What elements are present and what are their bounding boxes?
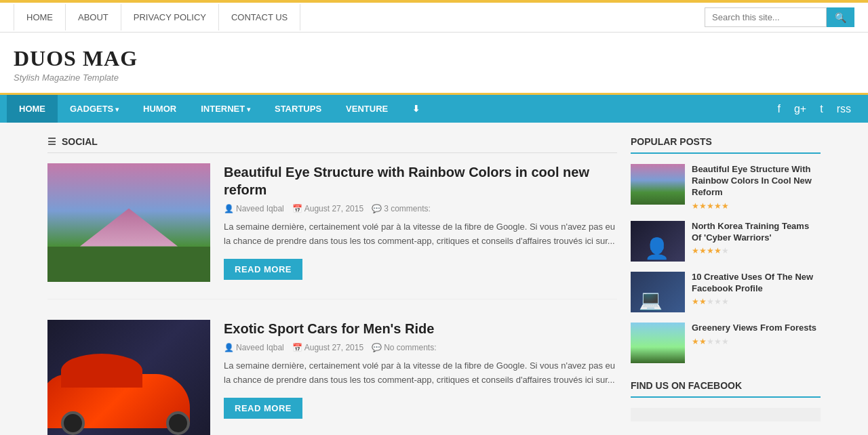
- site-header: DUOS MAG Stylish Magazine Template: [0, 33, 868, 95]
- article-author-2: 👤 Naveed Iqbal: [224, 343, 284, 352]
- nav-gplus-icon[interactable]: g+: [791, 100, 810, 119]
- popular-post-4: Greenery Views From Forests ★★★★★: [631, 323, 821, 363]
- sidebar: POPULAR POSTS Beautiful Eye Structure Wi…: [631, 136, 821, 435]
- car-wheel-front: [61, 411, 85, 435]
- article-meta-1: 👤 Naveed Iqbal 📅 August 27, 2015 💬 3 com…: [224, 204, 617, 213]
- section-title: ☰ SOCIAL: [47, 136, 617, 153]
- nav-twitter-icon[interactable]: t: [816, 100, 826, 119]
- nav-humor[interactable]: HUMOR: [131, 95, 189, 123]
- topnav-contact[interactable]: CONTACT US: [219, 4, 300, 30]
- popular-post-2: North Korea Training Teams Of 'Cyber War…: [631, 221, 821, 262]
- article-author-1: 👤 Naveed Iqbal: [224, 204, 284, 213]
- popular-info-1: Beautiful Eye Structure With Rainbow Col…: [692, 164, 821, 211]
- nav-home[interactable]: HOME: [7, 95, 58, 123]
- topnav-home[interactable]: HOME: [14, 4, 66, 30]
- article-excerpt-1: La semaine dernière, certainement volé p…: [224, 220, 617, 249]
- stars-2: ★★★★★: [692, 246, 821, 255]
- calendar-icon: 📅: [292, 204, 302, 213]
- popular-info-3: 10 Creative Uses Of The New Facebook Pro…: [692, 272, 821, 307]
- popular-title-3[interactable]: 10 Creative Uses Of The New Facebook Pro…: [692, 272, 821, 295]
- popular-thumb-3: [631, 272, 685, 312]
- author-icon-2: 👤: [224, 343, 234, 352]
- article-excerpt-2: La semaine dernière, certainement volé p…: [224, 359, 617, 388]
- stars-1: ★★★★★: [692, 201, 821, 211]
- stars-4: ★★★★★: [692, 337, 821, 346]
- popular-title-1[interactable]: Beautiful Eye Structure With Rainbow Col…: [692, 164, 821, 199]
- list-icon: ☰: [47, 136, 56, 147]
- article-meta-2: 👤 Naveed Iqbal 📅 August 27, 2015 💬 No co…: [224, 343, 617, 352]
- article-thumbnail-1: [47, 163, 210, 282]
- find-facebook-section: FIND US ON FACEBOOK: [631, 380, 821, 421]
- car-wheel-rear: [166, 411, 190, 435]
- popular-posts-section: POPULAR POSTS Beautiful Eye Structure Wi…: [631, 136, 821, 363]
- sidebar-popular-title: POPULAR POSTS: [631, 136, 821, 154]
- article-card-2: Exotic Sport Cars for Men's Ride 👤 Navee…: [47, 320, 617, 435]
- search-button[interactable]: 🔍: [827, 7, 854, 27]
- topnav-privacy[interactable]: PRIVACY POLICY: [121, 4, 219, 30]
- article-title-2[interactable]: Exotic Sport Cars for Men's Ride: [224, 320, 617, 337]
- popular-info-2: North Korea Training Teams Of 'Cyber War…: [692, 221, 821, 256]
- main-nav-right: f g+ t rss: [774, 100, 861, 119]
- site-title: DUOS MAG: [14, 46, 854, 71]
- article-thumbnail-2: [47, 320, 210, 435]
- calendar-icon-2: 📅: [292, 343, 302, 352]
- article-card: Beautiful Eye Structure with Rainbow Col…: [47, 163, 617, 299]
- read-more-button-2[interactable]: READ MORE: [224, 398, 302, 419]
- nav-rss-icon[interactable]: rss: [833, 100, 854, 119]
- search-wrap: 🔍: [705, 7, 854, 27]
- content-wrap: ☰ SOCIAL Beautiful Eye Structure with Ra…: [41, 123, 827, 435]
- site-tagline: Stylish Magazine Template: [14, 72, 854, 83]
- main-nav: HOME GADGETS HUMOR INTERNET STARTUPS VEN…: [0, 95, 868, 123]
- section-title-label: SOCIAL: [62, 136, 98, 147]
- popular-post-3: 10 Creative Uses Of The New Facebook Pro…: [631, 272, 821, 312]
- popular-title-4[interactable]: Greenery Views From Forests: [692, 323, 821, 334]
- popular-thumb-1: [631, 164, 685, 205]
- popular-info-4: Greenery Views From Forests ★★★★★: [692, 323, 821, 346]
- nav-download[interactable]: ⬇: [400, 95, 432, 123]
- popular-thumb-4: [631, 323, 685, 363]
- main-content: ☰ SOCIAL Beautiful Eye Structure with Ra…: [47, 136, 617, 435]
- stars-3: ★★★★★: [692, 297, 821, 306]
- article-date-2: 📅 August 27, 2015: [292, 343, 363, 352]
- nav-facebook-icon[interactable]: f: [774, 100, 784, 119]
- topnav-about[interactable]: ABOUT: [66, 4, 121, 30]
- article-title-1[interactable]: Beautiful Eye Structure with Rainbow Col…: [224, 163, 617, 199]
- nav-gadgets[interactable]: GADGETS: [58, 95, 131, 123]
- nav-startups[interactable]: STARTUPS: [262, 95, 334, 123]
- nav-venture[interactable]: VENTURE: [334, 95, 400, 123]
- article-body-1: Beautiful Eye Structure with Rainbow Col…: [224, 163, 617, 282]
- main-nav-left: HOME GADGETS HUMOR INTERNET STARTUPS VEN…: [7, 95, 432, 123]
- article-body-2: Exotic Sport Cars for Men's Ride 👤 Navee…: [224, 320, 617, 435]
- article-comments-2: 💬 No comments:: [372, 343, 436, 352]
- read-more-button-1[interactable]: READ MORE: [224, 259, 302, 280]
- search-input[interactable]: [705, 7, 827, 27]
- top-bar: HOME ABOUT PRIVACY POLICY CONTACT US 🔍: [0, 3, 868, 33]
- article-date-1: 📅 August 27, 2015: [292, 204, 363, 213]
- comment-icon: 💬: [372, 204, 382, 213]
- article-comments-1: 💬 3 comments:: [372, 204, 431, 213]
- popular-thumb-2: [631, 221, 685, 262]
- top-nav: HOME ABOUT PRIVACY POLICY CONTACT US: [14, 4, 300, 30]
- popular-title-2[interactable]: North Korea Training Teams Of 'Cyber War…: [692, 221, 821, 244]
- comment-icon-2: 💬: [372, 343, 382, 352]
- author-icon: 👤: [224, 204, 234, 213]
- sidebar-facebook-title: FIND US ON FACEBOOK: [631, 380, 821, 398]
- page-wrapper: HOME ABOUT PRIVACY POLICY CONTACT US 🔍 D…: [0, 0, 868, 435]
- popular-post-1: Beautiful Eye Structure With Rainbow Col…: [631, 164, 821, 211]
- nav-internet[interactable]: INTERNET: [189, 95, 262, 123]
- facebook-widget: [631, 408, 821, 421]
